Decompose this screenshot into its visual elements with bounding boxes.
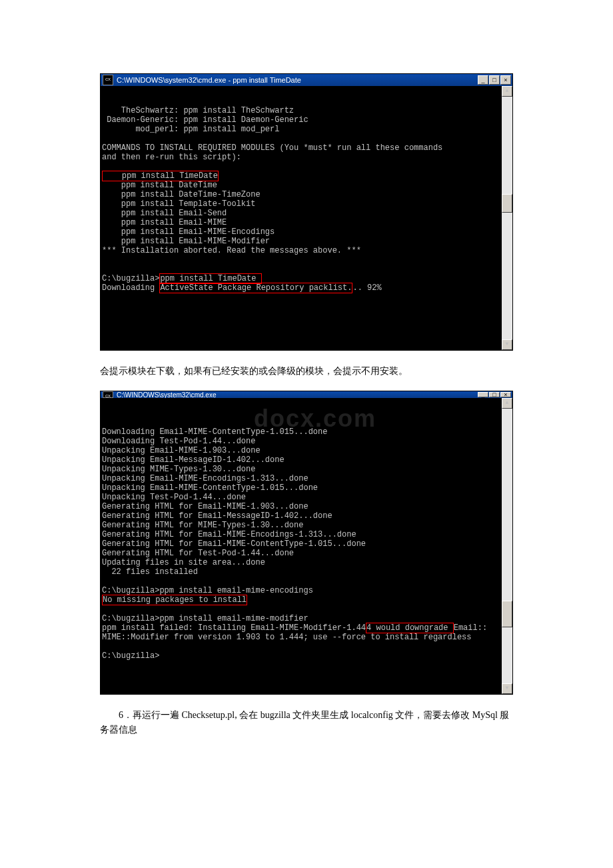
scroll-up-icon[interactable]: ▲ [502,398,512,409]
cmd-window-2: cx C:\WINDOWS\system32\cmd.exe _ □ × doc… [100,391,513,695]
terminal-text: Downloading [102,283,159,293]
scrollbar[interactable]: ▲ ▼ [502,398,512,694]
scroll-track[interactable] [502,97,512,339]
window-title: C:\WINDOWS\system32\cmd.exe [115,391,477,398]
minimize-button[interactable]: _ [478,392,488,397]
close-button[interactable]: × [500,75,511,85]
download-packlist-box: ActiveState Package Repository packlist. [159,283,352,293]
downgrade-box: 4 would downgrade [366,623,454,633]
titlebar: cx C:\WINDOWS\system32\cmd.exe - ppm ins… [101,74,512,86]
scroll-thumb[interactable] [502,194,512,213]
maximize-button[interactable]: □ [489,392,500,397]
scroll-down-icon[interactable]: ▼ [502,339,512,350]
scroll-track[interactable] [502,409,512,683]
scroll-thumb[interactable] [502,601,512,627]
terminal-text: TheSchwartz: ppm install TheSchwartz Dae… [102,106,442,162]
no-missing-box: No missing packages to install [102,595,247,605]
cmd-window-1: cx C:\WINDOWS\system32\cmd.exe - ppm ins… [100,73,513,351]
cmd-icon: cx [103,75,113,85]
terminal-text: Email:: [454,623,487,633]
titlebar-cut: cx C:\WINDOWS\system32\cmd.exe _ □ × [101,391,512,398]
caption-text-2: 6．再运行一遍 Checksetup.pl, 会在 bugzilla 文件夹里生… [100,708,513,737]
terminal-body: docx.com Downloading Email-MIME-ContentT… [101,398,512,694]
maximize-button[interactable]: □ [489,75,500,85]
terminal-text: C:\bugzilla>ppm install email-mime-modif… [102,614,366,633]
scrollbar[interactable]: ▲ ▼ [502,86,512,350]
cmd-icon: cx [103,391,113,398]
terminal-text: MIME::Modifier from version 1.903 to 1.4… [102,633,472,661]
window-title: C:\WINDOWS\system32\cmd.exe - ppm instal… [115,76,477,84]
scroll-down-icon[interactable]: ▼ [502,683,512,694]
watermark-text: docx.com [254,414,376,423]
terminal-text: .. 92% [352,283,381,293]
minimize-button[interactable]: _ [478,75,488,85]
highlighted-command: ppm install TimeDate [102,171,219,181]
scroll-up-icon[interactable]: ▲ [502,86,512,97]
close-button[interactable]: × [500,392,511,397]
terminal-text: ppm install DateTime ppm install DateTim… [102,181,361,283]
terminal-text: Downloading Email-MIME-ContentType-1.015… [102,427,366,595]
terminal-body: TheSchwartz: ppm install TheSchwartz Dae… [101,86,512,350]
window-buttons: _ □ × [477,75,511,85]
caption-text-1: 会提示模块在下载，如果有已经安装的或会降级的模块，会提示不用安装。 [100,364,513,379]
window-buttons: _ □ × [477,392,511,397]
